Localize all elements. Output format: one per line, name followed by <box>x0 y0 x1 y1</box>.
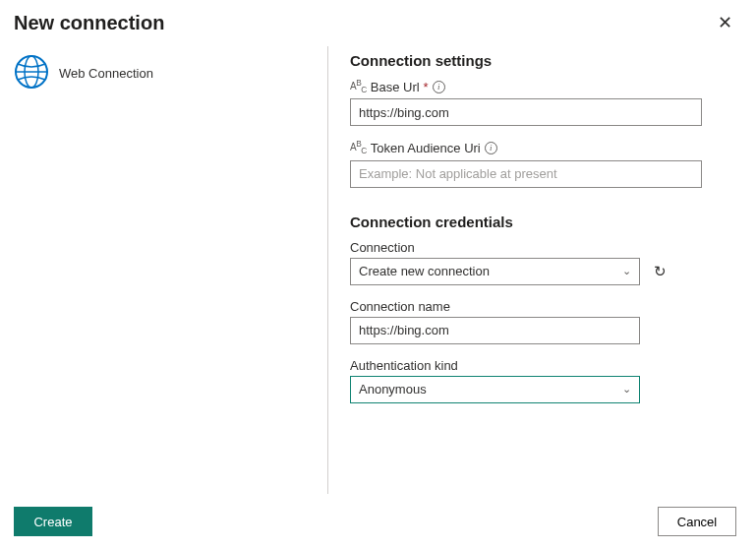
connection-selected-value: Create new connection <box>359 264 490 278</box>
connection-type-label: Web Connection <box>59 66 153 81</box>
chevron-down-icon: ⌄ <box>622 383 631 396</box>
auth-kind-label: Authentication kind <box>350 358 458 373</box>
dialog-footer: Create Cancel <box>0 497 756 550</box>
connection-select[interactable]: Create new connection ⌄ <box>350 258 640 285</box>
base-url-input[interactable] <box>350 98 702 126</box>
auth-kind-select[interactable]: Anonymous ⌄ <box>350 376 640 403</box>
required-mark: * <box>424 80 429 94</box>
create-button[interactable]: Create <box>14 507 92 536</box>
token-audience-input[interactable] <box>350 160 702 188</box>
refresh-icon[interactable]: ↻ <box>650 262 669 281</box>
dialog-title: New connection <box>14 12 164 34</box>
close-icon[interactable]: ✕ <box>714 12 736 33</box>
connection-type-panel: Web Connection <box>14 46 328 494</box>
cancel-button[interactable]: Cancel <box>658 507 736 536</box>
connection-label: Connection <box>350 240 415 255</box>
connection-type-item[interactable]: Web Connection <box>14 54 327 92</box>
info-icon[interactable]: i <box>433 81 445 93</box>
globe-icon <box>14 54 49 92</box>
text-type-icon: ABC <box>350 78 367 94</box>
base-url-label: Base Url <box>371 80 420 94</box>
settings-title: Connection settings <box>350 52 736 69</box>
connection-name-input[interactable] <box>350 317 640 344</box>
settings-panel: Connection settings ABC Base Url * i ABC… <box>328 46 736 494</box>
connection-name-label: Connection name <box>350 299 450 314</box>
text-type-icon: ABC <box>350 139 367 155</box>
auth-kind-selected-value: Anonymous <box>359 382 427 397</box>
chevron-down-icon: ⌄ <box>622 265 631 277</box>
token-audience-label: Token Audience Uri <box>371 141 481 155</box>
info-icon[interactable]: i <box>485 142 497 154</box>
credentials-title: Connection credentials <box>350 214 736 230</box>
